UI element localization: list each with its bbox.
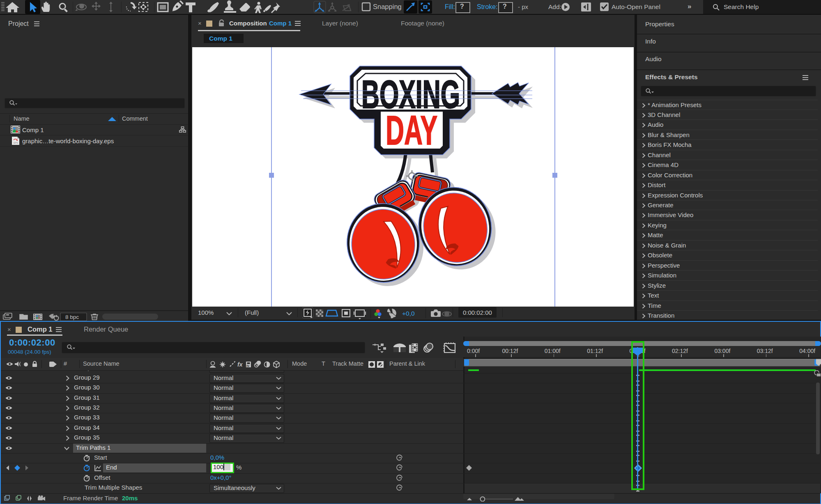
svg-text:DAY: DAY xyxy=(386,107,437,153)
svg-text:+0,0: +0,0 xyxy=(402,310,415,317)
svg-text:EPS: EPS xyxy=(14,142,18,144)
svg-text:8 bpc: 8 bpc xyxy=(65,314,79,320)
svg-text:fx: fx xyxy=(246,364,250,368)
svg-text:Snapping: Snapping xyxy=(373,3,402,10)
svg-text:fx: fx xyxy=(237,361,243,368)
